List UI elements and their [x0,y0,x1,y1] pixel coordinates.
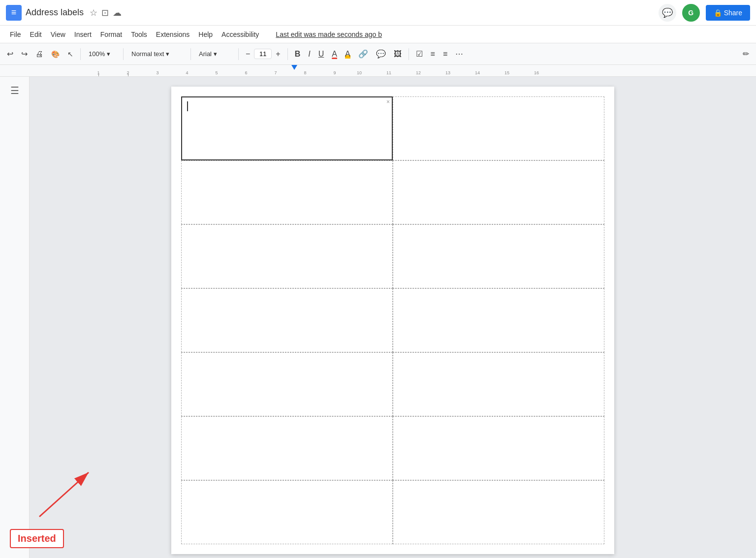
label-cell-5-1[interactable] [181,352,393,416]
label-cell-1-2[interactable] [393,96,604,160]
ruler-mark: 7 [274,70,277,75]
ruler-mark: 15 [504,70,509,75]
image-button[interactable]: 🖼 [391,48,405,61]
sidebar-nav-icon[interactable]: ☰ [10,85,19,96]
label-cell-3-1[interactable] [181,224,393,288]
menu-view[interactable]: View [47,29,69,40]
decrease-font-size-button[interactable]: − [243,48,253,61]
main-area: ☰ × [0,77,756,558]
menu-accessibility[interactable]: Accessibility [218,29,263,40]
text-cursor [187,101,188,111]
style-select[interactable]: Normal text ▾ [127,48,187,60]
zoom-select[interactable]: 100% ▾ [85,48,119,60]
ruler-mark: 9 [333,70,336,75]
menu-extensions[interactable]: Extensions [152,29,193,40]
divider-4 [238,48,239,60]
spell-check-button[interactable]: ↖ [64,48,76,60]
app-icon[interactable]: ≡ [6,5,22,21]
checklist-button[interactable]: ☑ [413,47,426,61]
cell-close-icon[interactable]: × [386,98,390,105]
redo-button[interactable]: ↪ [18,47,31,61]
label-cell-2-2[interactable] [393,160,604,224]
label-cell-7-1[interactable] [181,480,393,544]
divider-2 [123,48,124,60]
menu-bar: File Edit View Insert Format Tools Exten… [0,26,756,43]
right-controls: 💬 G 🔒 Share [659,4,750,22]
link-button[interactable]: 🔗 [355,47,371,61]
ruler-mark: 13 [445,70,450,75]
doc-title: Address labels [26,7,84,18]
toolbar: ↩ ↪ 🖨 🎨 ↖ 100% ▾ Normal text ▾ Arial ▾ −… [0,43,756,65]
ruler-mark: 5 [215,70,218,75]
font-chevron-icon: ▾ [214,50,217,58]
menu-insert[interactable]: Insert [70,29,95,40]
text-color-label: A [332,50,337,59]
inserted-badge: Inserted [10,529,64,548]
label-cell-4-2[interactable] [393,288,604,352]
italic-button[interactable]: I [305,48,313,61]
doc-page: × [171,87,614,554]
menu-tools[interactable]: Tools [127,29,151,40]
label-cell-2-1[interactable] [181,160,393,224]
cloud-icon[interactable]: ☁ [113,7,122,18]
font-size-input[interactable] [254,49,272,59]
share-button[interactable]: 🔒 Share [706,5,750,21]
star-icon[interactable]: ☆ [90,7,97,18]
ruler-mark: 6 [245,70,247,75]
ruler-marker [291,65,297,70]
divider-3 [190,48,191,60]
print-button[interactable]: 🖨 [32,48,46,61]
bullet-list-button[interactable]: ≡ [428,48,438,61]
more-options-button[interactable]: ⋯ [452,47,466,61]
menu-file[interactable]: File [6,29,25,40]
label-cell-6-2[interactable] [393,416,604,480]
ruler-mark: 8 [304,70,306,75]
label-cell-6-1[interactable] [181,416,393,480]
label-cell-7-2[interactable] [393,480,604,544]
label-cell-1-1[interactable]: × [181,96,393,160]
ruler-track: 1 2 3 4 5 6 7 8 9 10 11 12 13 14 15 16 [98,65,756,76]
ruler-mark: 11 [386,70,391,75]
ruler-mark: 14 [475,70,480,75]
font-size-area: − + [243,48,284,61]
comment-button[interactable]: 💬 [373,47,389,61]
highlight-color-button[interactable]: A [342,48,353,61]
bold-button[interactable]: B [292,48,304,61]
avatar[interactable]: G [682,4,700,22]
chat-icon-button[interactable]: 💬 [659,4,676,22]
last-edit-status[interactable]: Last edit was made seconds ago b [272,29,386,40]
ruler-tick [98,73,99,76]
doc-canvas[interactable]: × [30,77,756,558]
title-icons: ☆ ⊡ ☁ [90,7,122,18]
sidebar: ☰ [0,77,30,558]
divider-1 [80,48,81,60]
pen-button[interactable]: ✏ [740,47,752,61]
label-cell-3-2[interactable] [393,224,604,288]
label-grid: × [181,96,604,544]
ruler-mark: 12 [416,70,421,75]
zoom-chevron-icon: ▾ [107,50,110,58]
menu-edit[interactable]: Edit [26,29,46,40]
numbered-list-button[interactable]: ≡ [440,48,450,61]
label-cell-4-1[interactable] [181,288,393,352]
ruler-mark: 4 [186,70,188,75]
menu-help[interactable]: Help [194,29,217,40]
undo-button[interactable]: ↩ [4,47,16,61]
divider-5 [287,48,288,60]
increase-font-size-button[interactable]: + [273,48,283,61]
ruler-mark: 16 [534,70,539,75]
label-cell-5-2[interactable] [393,352,604,416]
ruler: 1 2 3 4 5 6 7 8 9 10 11 12 13 14 15 16 [0,65,756,77]
ruler-mark: 3 [156,70,158,75]
divider-6 [409,48,409,60]
folder-icon[interactable]: ⊡ [101,7,109,18]
menu-format[interactable]: Format [96,29,126,40]
underline-button[interactable]: U [315,48,327,61]
text-color-button[interactable]: A [329,48,340,61]
ruler-tick [128,73,128,76]
font-select[interactable]: Arial ▾ [195,48,234,60]
ruler-mark: 10 [357,70,362,75]
title-bar: ≡ Address labels ☆ ⊡ ☁ 💬 G 🔒 Share [0,0,756,26]
paint-format-button[interactable]: 🎨 [48,48,63,60]
style-chevron-icon: ▾ [166,50,169,58]
